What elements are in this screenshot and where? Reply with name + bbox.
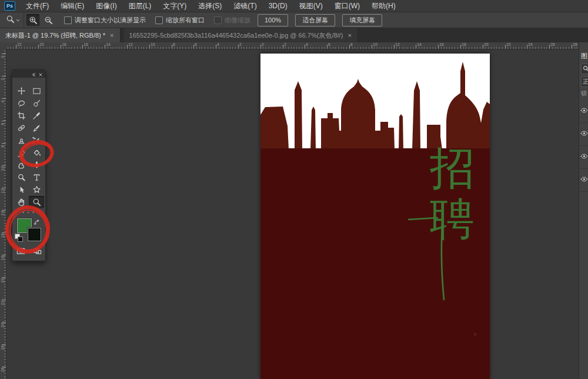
tab-close-icon[interactable]: × [109,32,114,39]
healing-brush-tool[interactable] [14,122,29,134]
type-tool[interactable] [29,171,44,184]
collapse-panel-icon[interactable] [31,69,36,79]
quick-mask-button[interactable] [16,247,25,258]
close-panel-icon[interactable] [38,69,43,79]
menu-item-7[interactable]: 3D(D) [263,0,293,12]
lasso-tool[interactable] [14,97,29,109]
tools-panel: • • • [12,69,46,261]
screen-mode-button[interactable] [33,247,42,258]
clone-stamp-tool[interactable] [14,134,29,147]
path-select-tool[interactable] [14,184,29,196]
ruler-label: 12 [128,42,132,46]
layer-visibility-eye-icon[interactable] [580,152,588,162]
tab-close-icon[interactable]: × [347,32,352,39]
smudge-tool[interactable] [14,159,29,171]
ruler-label: 14 [106,42,110,46]
history-brush-tool[interactable] [29,134,44,147]
move-tool[interactable] [14,85,29,97]
layer-filter-search[interactable] [581,64,588,74]
shape-tool[interactable] [29,184,44,196]
swap-colors-icon[interactable] [34,217,41,228]
horizontal-ruler[interactable]: 2220181614121086420246810121416182022242… [6,42,579,49]
menu-item-1[interactable]: 编辑(E) [55,0,90,12]
option-button-0[interactable]: 100% [258,14,288,26]
checkbox-icon[interactable] [155,16,163,24]
ruler-label: 24 [1,323,5,328]
document-tab-untitled[interactable]: 未标题-1 @ 19.7% (招聘, RGB/8) * × [0,28,121,42]
marquee-tool[interactable] [29,85,44,97]
ruler-label: 8 [350,42,353,46]
blend-mode-select[interactable]: 正 [581,77,588,87]
menu-item-2[interactable]: 图像(I) [90,0,122,12]
paint-bucket-tool[interactable] [29,147,44,159]
quick-select-tool[interactable] [29,97,44,109]
layers-panel-edge: 图 正 锁 [579,42,588,379]
dodge-tool[interactable] [14,171,29,184]
menu-item-4[interactable]: 文字(Y) [157,0,192,12]
ruler-label: 8 [1,144,5,149]
option-checkboxes: 调整窗口大小以满屏显示缩放所有窗口细微缩放 [55,16,250,25]
checkbox-icon [214,16,222,24]
ruler-label: 10 [373,42,377,46]
menu-item-9[interactable]: 窗口(W) [329,0,366,12]
menu-item-10[interactable]: 帮助(H) [366,0,402,12]
ruler-label: 4 [306,42,308,46]
layers-panel-tab[interactable]: 图 [581,52,587,61]
menu-item-3[interactable]: 图层(L) [123,0,158,12]
tools-panel-header [12,70,45,78]
zoom-out-button[interactable] [42,14,55,26]
poster-canvas[interactable]: 招聘 [260,54,490,379]
ruler-label: 4 [1,99,5,105]
ruler-label: 20 [39,42,44,46]
tool-preset-picker[interactable] [0,12,24,28]
ruler-label: 20 [1,278,5,284]
ruler-label: 2 [1,77,5,82]
zoom-in-button[interactable] [26,14,39,26]
zoom-tool-icon [6,15,15,26]
option-button-1[interactable]: 适合屏幕 [295,14,335,26]
pen-tool[interactable] [29,159,44,171]
ruler-label: 2 [239,42,242,46]
menu-item-6[interactable]: 滤镜(T) [228,0,262,12]
vertical-ruler[interactable]: 0246810121416182022242628 [0,49,6,379]
checkbox-icon[interactable] [64,16,72,24]
layer-visibility-eye-icon[interactable] [580,106,588,117]
ruler-label: 18 [462,42,466,46]
eyedropper-tool[interactable] [29,109,44,122]
ruler-label: 6 [328,42,330,46]
brush-tool[interactable] [29,122,44,134]
search-icon [583,65,588,73]
ruler-label: 28 [1,367,5,373]
ruler-label: 16 [1,233,5,239]
photoshop-logo-icon: Ps [4,1,15,11]
crop-tool[interactable] [14,109,29,122]
ruler-label: 14 [417,42,422,46]
menu-item-0[interactable]: 文件(F) [20,0,55,12]
zoom-tool[interactable] [29,196,44,208]
layer-row [579,146,588,169]
hand-tool[interactable] [14,196,29,208]
ruler-label: 6 [195,42,197,46]
eraser-tool[interactable] [14,147,29,159]
menu-item-5[interactable]: 选择(S) [192,0,228,12]
ruler-label: 22 [17,42,21,46]
ruler-label: 22 [1,300,5,306]
layer-visibility-eye-icon[interactable] [580,129,588,139]
option-checkbox-0[interactable]: 调整窗口大小以满屏显示 [64,16,146,25]
option-checkbox-2: 细微缩放 [214,16,250,25]
layer-visibility-eye-icon[interactable] [580,175,588,185]
document-tab-jpg[interactable]: 16552295-5cbd825f3b3a116a4465432ca6a1ee0… [124,28,358,42]
ruler-label: 20 [484,42,488,46]
menu-item-8[interactable]: 视图(V) [293,0,329,12]
ruler-label: 18 [1,255,5,261]
default-colors-icon[interactable] [18,237,23,242]
option-button-2[interactable]: 填充屏幕 [342,14,382,26]
menu-items: 文件(F)编辑(E)图像(I)图层(L)文字(Y)选择(S)滤镜(T)3D(D)… [20,0,402,12]
document-tab-bar: 未标题-1 @ 19.7% (招聘, RGB/8) * × 16552295-5… [0,28,588,42]
option-checkbox-1[interactable]: 缩放所有窗口 [155,16,205,25]
toolbar-more-dots[interactable]: • • • [12,210,45,214]
tool-grid [14,85,44,208]
ruler-label: 2 [284,42,286,46]
ruler-label: 4 [217,42,219,46]
background-color-swatch[interactable] [28,228,41,241]
